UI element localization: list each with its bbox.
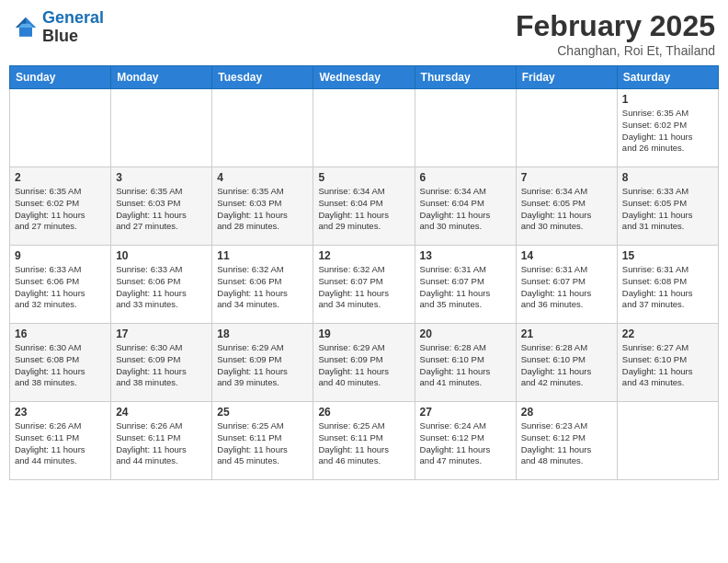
- day-info: Sunrise: 6:26 AM Sunset: 6:11 PM Dayligh…: [15, 420, 106, 467]
- page-header: General Blue February 2025 Changhan, Roi…: [9, 9, 719, 58]
- weekday-header-sunday: Sunday: [10, 66, 111, 89]
- day-cell: 22Sunrise: 6:27 AM Sunset: 6:10 PM Dayli…: [617, 324, 718, 402]
- day-info: Sunrise: 6:24 AM Sunset: 6:12 PM Dayligh…: [420, 420, 511, 467]
- day-cell: [516, 89, 617, 167]
- day-cell: 25Sunrise: 6:25 AM Sunset: 6:11 PM Dayli…: [212, 402, 313, 480]
- day-info: Sunrise: 6:33 AM Sunset: 6:05 PM Dayligh…: [622, 186, 713, 233]
- day-cell: 26Sunrise: 6:25 AM Sunset: 6:11 PM Dayli…: [313, 402, 415, 480]
- day-info: Sunrise: 6:33 AM Sunset: 6:06 PM Dayligh…: [116, 264, 207, 311]
- week-row-3: 9Sunrise: 6:33 AM Sunset: 6:06 PM Daylig…: [10, 246, 719, 324]
- logo-line2: Blue: [42, 28, 104, 46]
- day-number: 12: [318, 249, 409, 262]
- day-cell: 16Sunrise: 6:30 AM Sunset: 6:08 PM Dayli…: [10, 324, 111, 402]
- day-cell: 14Sunrise: 6:31 AM Sunset: 6:07 PM Dayli…: [516, 246, 617, 324]
- day-info: Sunrise: 6:31 AM Sunset: 6:08 PM Dayligh…: [622, 264, 713, 311]
- day-number: 9: [15, 249, 106, 262]
- day-info: Sunrise: 6:30 AM Sunset: 6:08 PM Dayligh…: [15, 342, 106, 389]
- week-row-5: 23Sunrise: 6:26 AM Sunset: 6:11 PM Dayli…: [10, 402, 719, 480]
- day-number: 13: [420, 249, 511, 262]
- day-info: Sunrise: 6:35 AM Sunset: 6:03 PM Dayligh…: [217, 186, 308, 233]
- weekday-header-monday: Monday: [111, 66, 212, 89]
- day-cell: 21Sunrise: 6:28 AM Sunset: 6:10 PM Dayli…: [516, 324, 617, 402]
- day-info: Sunrise: 6:33 AM Sunset: 6:06 PM Dayligh…: [15, 264, 106, 311]
- day-cell: 11Sunrise: 6:32 AM Sunset: 6:06 PM Dayli…: [212, 246, 313, 324]
- day-info: Sunrise: 6:25 AM Sunset: 6:11 PM Dayligh…: [318, 420, 409, 467]
- weekday-header-thursday: Thursday: [415, 66, 516, 89]
- day-cell: 4Sunrise: 6:35 AM Sunset: 6:03 PM Daylig…: [212, 167, 313, 246]
- day-info: Sunrise: 6:29 AM Sunset: 6:09 PM Dayligh…: [217, 342, 308, 389]
- day-number: 24: [116, 406, 207, 419]
- day-cell: 13Sunrise: 6:31 AM Sunset: 6:07 PM Dayli…: [415, 246, 516, 324]
- logo-text: General Blue: [42, 9, 104, 46]
- location-subtitle: Changhan, Roi Et, Thailand: [516, 43, 715, 58]
- day-number: 25: [217, 406, 308, 419]
- day-info: Sunrise: 6:32 AM Sunset: 6:06 PM Dayligh…: [217, 264, 308, 311]
- day-info: Sunrise: 6:35 AM Sunset: 6:02 PM Dayligh…: [622, 108, 713, 155]
- day-info: Sunrise: 6:32 AM Sunset: 6:07 PM Dayligh…: [318, 264, 409, 311]
- day-info: Sunrise: 6:28 AM Sunset: 6:10 PM Dayligh…: [521, 342, 612, 389]
- title-block: February 2025 Changhan, Roi Et, Thailand: [516, 9, 715, 58]
- day-number: 21: [521, 327, 612, 340]
- day-cell: 8Sunrise: 6:33 AM Sunset: 6:05 PM Daylig…: [617, 167, 718, 246]
- day-cell: 23Sunrise: 6:26 AM Sunset: 6:11 PM Dayli…: [10, 402, 111, 480]
- day-number: 2: [15, 171, 106, 184]
- day-info: Sunrise: 6:34 AM Sunset: 6:04 PM Dayligh…: [420, 186, 511, 233]
- day-info: Sunrise: 6:31 AM Sunset: 6:07 PM Dayligh…: [420, 264, 511, 311]
- day-cell: 6Sunrise: 6:34 AM Sunset: 6:04 PM Daylig…: [415, 167, 516, 246]
- day-number: 15: [622, 249, 713, 262]
- day-info: Sunrise: 6:34 AM Sunset: 6:05 PM Dayligh…: [521, 186, 612, 233]
- day-info: Sunrise: 6:28 AM Sunset: 6:10 PM Dayligh…: [420, 342, 511, 389]
- day-number: 4: [217, 171, 308, 184]
- week-row-2: 2Sunrise: 6:35 AM Sunset: 6:02 PM Daylig…: [10, 167, 719, 246]
- day-info: Sunrise: 6:25 AM Sunset: 6:11 PM Dayligh…: [217, 420, 308, 467]
- day-cell: 5Sunrise: 6:34 AM Sunset: 6:04 PM Daylig…: [313, 167, 415, 246]
- day-info: Sunrise: 6:35 AM Sunset: 6:02 PM Dayligh…: [15, 186, 106, 233]
- calendar-page: General Blue February 2025 Changhan, Roi…: [0, 0, 728, 563]
- day-cell: [10, 89, 111, 167]
- day-cell: 27Sunrise: 6:24 AM Sunset: 6:12 PM Dayli…: [415, 402, 516, 480]
- day-cell: 28Sunrise: 6:23 AM Sunset: 6:12 PM Dayli…: [516, 402, 617, 480]
- day-cell: [212, 89, 313, 167]
- day-cell: 7Sunrise: 6:34 AM Sunset: 6:05 PM Daylig…: [516, 167, 617, 246]
- day-info: Sunrise: 6:26 AM Sunset: 6:11 PM Dayligh…: [116, 420, 207, 467]
- calendar-table: SundayMondayTuesdayWednesdayThursdayFrid…: [9, 65, 719, 480]
- day-cell: 1Sunrise: 6:35 AM Sunset: 6:02 PM Daylig…: [617, 89, 718, 167]
- day-number: 28: [521, 406, 612, 419]
- logo-icon: [13, 15, 39, 40]
- day-cell: 9Sunrise: 6:33 AM Sunset: 6:06 PM Daylig…: [10, 246, 111, 324]
- day-info: Sunrise: 6:31 AM Sunset: 6:07 PM Dayligh…: [521, 264, 612, 311]
- day-cell: [313, 89, 415, 167]
- day-cell: 20Sunrise: 6:28 AM Sunset: 6:10 PM Dayli…: [415, 324, 516, 402]
- day-cell: 24Sunrise: 6:26 AM Sunset: 6:11 PM Dayli…: [111, 402, 212, 480]
- day-info: Sunrise: 6:27 AM Sunset: 6:10 PM Dayligh…: [622, 342, 713, 389]
- day-cell: 10Sunrise: 6:33 AM Sunset: 6:06 PM Dayli…: [111, 246, 212, 324]
- weekday-header-wednesday: Wednesday: [313, 66, 415, 89]
- day-info: Sunrise: 6:34 AM Sunset: 6:04 PM Dayligh…: [318, 186, 409, 233]
- day-number: 17: [116, 327, 207, 340]
- logo: General Blue: [13, 9, 104, 46]
- day-cell: [415, 89, 516, 167]
- day-number: 16: [15, 327, 106, 340]
- month-title: February 2025: [516, 9, 715, 43]
- day-number: 10: [116, 249, 207, 262]
- day-number: 19: [318, 327, 409, 340]
- day-number: 7: [521, 171, 612, 184]
- day-number: 18: [217, 327, 308, 340]
- day-number: 1: [622, 93, 713, 106]
- day-number: 5: [318, 171, 409, 184]
- day-number: 3: [116, 171, 207, 184]
- day-cell: 18Sunrise: 6:29 AM Sunset: 6:09 PM Dayli…: [212, 324, 313, 402]
- logo-line1: General: [42, 8, 104, 27]
- day-number: 14: [521, 249, 612, 262]
- day-cell: [111, 89, 212, 167]
- day-info: Sunrise: 6:35 AM Sunset: 6:03 PM Dayligh…: [116, 186, 207, 233]
- weekday-header-saturday: Saturday: [617, 66, 718, 89]
- day-number: 8: [622, 171, 713, 184]
- day-cell: [617, 402, 718, 480]
- day-number: 20: [420, 327, 511, 340]
- weekday-header-tuesday: Tuesday: [212, 66, 313, 89]
- day-info: Sunrise: 6:23 AM Sunset: 6:12 PM Dayligh…: [521, 420, 612, 467]
- day-info: Sunrise: 6:30 AM Sunset: 6:09 PM Dayligh…: [116, 342, 207, 389]
- day-number: 23: [15, 406, 106, 419]
- day-number: 26: [318, 406, 409, 419]
